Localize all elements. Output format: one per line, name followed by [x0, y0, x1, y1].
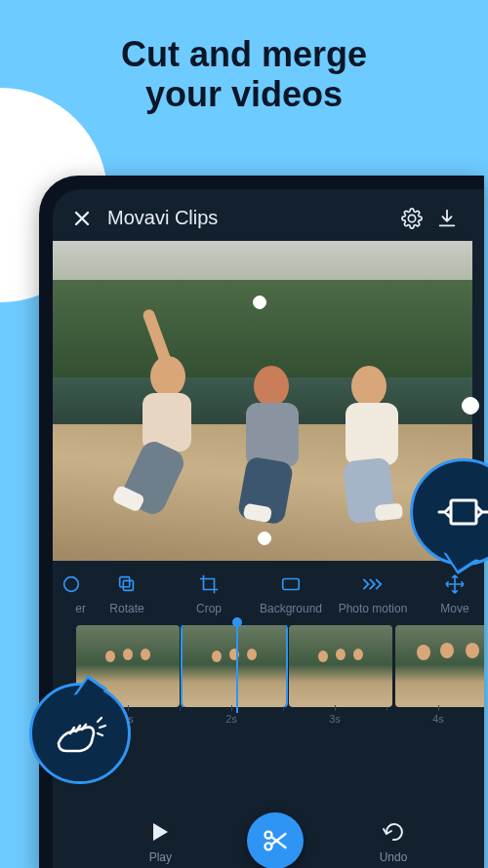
- timeline-clip[interactable]: [183, 625, 286, 707]
- play-icon: [149, 817, 172, 847]
- tool-label: Background: [250, 602, 332, 615]
- tool-photo-motion[interactable]: Photo motion: [332, 571, 414, 615]
- play-label: Play: [149, 850, 172, 864]
- timeline-clip[interactable]: [395, 625, 484, 707]
- headline-line-1: Cut and merge: [121, 34, 367, 74]
- undo-button[interactable]: Undo: [380, 817, 408, 864]
- ruler-tick: 2s: [180, 713, 283, 725]
- tool-rotate[interactable]: Rotate: [86, 571, 168, 615]
- tool-label: Photo motion: [332, 602, 414, 615]
- close-icon: [72, 209, 92, 228]
- tool-label: Crop: [168, 602, 250, 615]
- timeline-playhead[interactable]: [236, 623, 238, 713]
- tool-background[interactable]: Background: [250, 571, 332, 615]
- scissors-icon: [262, 827, 289, 854]
- tool-color[interactable]: er: [53, 571, 86, 615]
- tool-row: er Rotate Crop Background: [53, 561, 484, 623]
- play-button[interactable]: Play: [149, 817, 172, 864]
- promo-headline: Cut and merge your videos: [0, 0, 488, 125]
- svg-rect-1: [123, 580, 133, 590]
- tool-label: Move: [414, 602, 484, 615]
- tool-crop[interactable]: Crop: [168, 571, 250, 615]
- timeline-clip[interactable]: [289, 625, 392, 707]
- hand-swipe-icon: [49, 708, 111, 759]
- headline-line-2: your videos: [145, 74, 343, 114]
- tool-label: er: [53, 602, 86, 615]
- ruler-tick: 3s: [283, 713, 386, 725]
- rotate-icon: [86, 571, 168, 598]
- timeline-clips[interactable]: [53, 625, 484, 707]
- svg-rect-3: [283, 579, 300, 590]
- svg-point-0: [64, 577, 79, 592]
- close-button[interactable]: [66, 209, 98, 228]
- preview-content: [111, 346, 433, 532]
- motion-icon: [332, 571, 414, 598]
- ruler-tick: 4s: [386, 713, 484, 725]
- callout-gesture: [29, 683, 131, 784]
- undo-icon: [380, 817, 408, 847]
- crop-icon: [168, 571, 250, 598]
- svg-rect-6: [451, 500, 476, 524]
- app-header: Movavi Clips: [53, 189, 484, 241]
- crop-handle-right[interactable]: [462, 397, 479, 414]
- settings-button[interactable]: [394, 208, 429, 229]
- palette-icon: [53, 571, 86, 598]
- svg-rect-2: [120, 577, 130, 587]
- app-title: Movavi Clips: [107, 207, 394, 229]
- crop-handle-top[interactable]: [253, 296, 266, 309]
- download-button[interactable]: [429, 208, 465, 229]
- gear-icon: [401, 208, 423, 229]
- bottom-bar: Play Undo: [53, 804, 484, 868]
- download-icon: [436, 208, 458, 229]
- background-icon: [250, 571, 332, 598]
- tool-label: Rotate: [86, 602, 168, 615]
- split-icon: [437, 491, 488, 533]
- cut-button[interactable]: [247, 812, 304, 868]
- crop-handle-bottom[interactable]: [258, 532, 271, 545]
- undo-label: Undo: [380, 850, 408, 864]
